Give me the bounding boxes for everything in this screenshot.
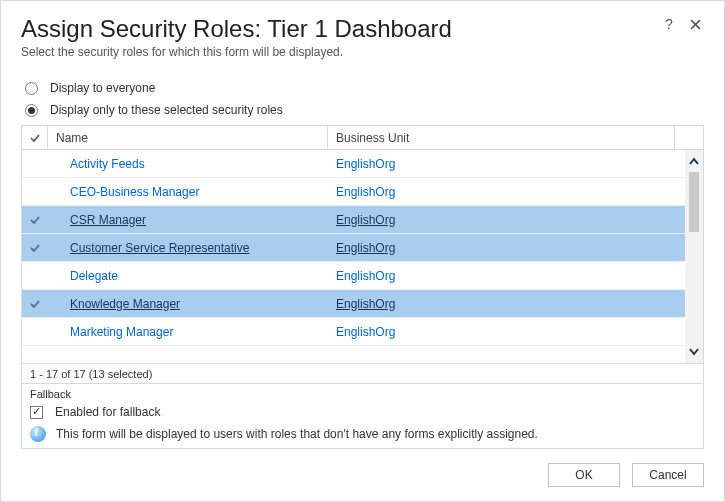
row-name-link[interactable]: Knowledge Manager (48, 297, 328, 311)
row-business-unit-link[interactable]: EnglishOrg (328, 325, 685, 339)
row-business-unit-link[interactable]: EnglishOrg (328, 241, 685, 255)
page-subtitle: Select the security roles for which this… (21, 45, 704, 59)
row-checkbox[interactable] (22, 242, 48, 254)
column-header-business-unit[interactable]: Business Unit (328, 126, 675, 149)
row-name-link[interactable]: Activity Feeds (48, 157, 328, 171)
radio-display-everyone[interactable]: Display to everyone (25, 77, 704, 99)
table-row[interactable]: Activity FeedsEnglishOrg (22, 150, 685, 178)
table-row[interactable]: Knowledge ManagerEnglishOrg (22, 290, 685, 318)
grid-pager: 1 - 17 of 17 (13 selected) (22, 363, 703, 383)
fallback-section: Fallback Enabled for fallback This form … (21, 384, 704, 449)
row-name-link[interactable]: Marketing Manager (48, 325, 328, 339)
row-business-unit-link[interactable]: EnglishOrg (328, 213, 685, 227)
row-name-link[interactable]: CEO-Business Manager (48, 185, 328, 199)
column-header-name[interactable]: Name (48, 126, 328, 149)
table-row[interactable]: Customer Service RepresentativeEnglishOr… (22, 234, 685, 262)
fallback-checkbox[interactable] (30, 406, 43, 419)
grid-header: Name Business Unit (22, 126, 703, 150)
table-row[interactable]: DelegateEnglishOrg (22, 262, 685, 290)
close-icon[interactable] (686, 15, 704, 33)
scroll-thumb[interactable] (689, 172, 699, 232)
row-business-unit-link[interactable]: EnglishOrg (328, 185, 685, 199)
table-row[interactable]: Marketing ManagerEnglishOrg (22, 318, 685, 346)
radio-icon (25, 82, 38, 95)
page-title: Assign Security Roles: Tier 1 Dashboard (21, 15, 652, 43)
radio-label: Display to everyone (50, 81, 155, 95)
info-icon (30, 426, 46, 442)
row-checkbox[interactable] (22, 214, 48, 226)
radio-label: Display only to these selected security … (50, 103, 283, 117)
fallback-checkbox-label: Enabled for fallback (55, 405, 160, 419)
scroll-down-icon[interactable] (688, 345, 700, 359)
ok-button[interactable]: OK (548, 463, 620, 487)
scroll-up-icon[interactable] (688, 154, 700, 168)
radio-display-selected[interactable]: Display only to these selected security … (25, 99, 704, 121)
table-row[interactable]: CEO-Business ManagerEnglishOrg (22, 178, 685, 206)
fallback-heading: Fallback (30, 388, 695, 400)
select-all-checkbox[interactable] (22, 126, 48, 149)
scrollbar[interactable] (685, 150, 703, 363)
row-business-unit-link[interactable]: EnglishOrg (328, 157, 685, 171)
table-row[interactable]: CSR ManagerEnglishOrg (22, 206, 685, 234)
row-name-link[interactable]: Customer Service Representative (48, 241, 328, 255)
cancel-button[interactable]: Cancel (632, 463, 704, 487)
radio-icon (25, 104, 38, 117)
fallback-info-text: This form will be displayed to users wit… (56, 427, 538, 441)
row-business-unit-link[interactable]: EnglishOrg (328, 269, 685, 283)
row-business-unit-link[interactable]: EnglishOrg (328, 297, 685, 311)
column-picker[interactable] (675, 126, 703, 149)
row-checkbox[interactable] (22, 298, 48, 310)
row-name-link[interactable]: CSR Manager (48, 213, 328, 227)
row-name-link[interactable]: Delegate (48, 269, 328, 283)
roles-grid: Name Business Unit Activity FeedsEnglish… (21, 125, 704, 384)
help-icon[interactable]: ? (660, 15, 678, 33)
